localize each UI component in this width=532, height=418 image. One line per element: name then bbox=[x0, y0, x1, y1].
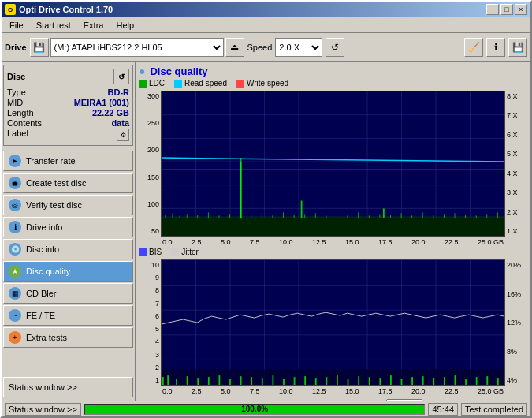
svg-rect-93 bbox=[422, 376, 424, 385]
menu-file[interactable]: File bbox=[3, 19, 30, 32]
svg-rect-90 bbox=[390, 375, 392, 385]
read-speed-color bbox=[174, 80, 182, 88]
sidebar-item-extra-tests[interactable]: + Extra tests bbox=[3, 327, 133, 348]
status-window-text: Status window >> bbox=[9, 405, 77, 414]
close-button[interactable]: × bbox=[515, 4, 527, 15]
chart-area: ● Disc quality LDC Read speed Write spee… bbox=[136, 62, 530, 401]
drive-info-label: Drive info bbox=[26, 222, 62, 232]
svg-rect-44 bbox=[411, 215, 412, 218]
svg-rect-73 bbox=[208, 377, 210, 385]
save-button[interactable]: 💾 bbox=[508, 38, 527, 57]
refresh-button[interactable]: ↺ bbox=[326, 38, 344, 57]
erase-button[interactable]: 🧹 bbox=[464, 38, 483, 57]
speed-select[interactable]: 1.0 X2.0 X4.0 X6.0 X8.0 X bbox=[275, 38, 322, 57]
minimize-button[interactable]: _ bbox=[486, 4, 499, 15]
sidebar-item-disc-info[interactable]: 💿 Disc info bbox=[3, 239, 133, 259]
svg-rect-47 bbox=[444, 214, 445, 218]
status-window-label: Status window >> bbox=[9, 383, 77, 392]
ldc-label: LDC bbox=[149, 79, 165, 88]
svg-rect-46 bbox=[433, 215, 433, 218]
svg-rect-21 bbox=[173, 213, 173, 218]
svg-rect-69 bbox=[167, 375, 169, 385]
jitter-color bbox=[171, 248, 179, 256]
svg-rect-36 bbox=[326, 215, 326, 218]
menu-help[interactable]: Help bbox=[110, 19, 140, 32]
drive-select[interactable]: (M:) ATAPI iHBS212 2 HL05 bbox=[50, 38, 224, 57]
svg-rect-25 bbox=[208, 212, 209, 218]
bottom-y-axis-right: 20% 16% 12% 8% 4% bbox=[505, 259, 527, 386]
svg-rect-100 bbox=[497, 378, 499, 385]
svg-rect-38 bbox=[348, 215, 348, 218]
disc-mid-label: MID bbox=[7, 98, 23, 107]
disc-panel-title: Disc bbox=[7, 72, 25, 81]
title-bar: O Opti Drive Control 1.70 _ □ × bbox=[2, 2, 530, 17]
menu-extra[interactable]: Extra bbox=[77, 19, 110, 32]
svg-rect-78 bbox=[262, 378, 263, 385]
svg-rect-82 bbox=[304, 376, 306, 385]
svg-rect-48 bbox=[455, 213, 456, 218]
extra-tests-icon: + bbox=[9, 331, 21, 344]
svg-rect-67 bbox=[162, 369, 504, 385]
svg-rect-87 bbox=[358, 376, 359, 385]
svg-rect-52 bbox=[497, 212, 498, 218]
menu-start-test[interactable]: Start test bbox=[30, 19, 77, 32]
cd-bler-icon: ▦ bbox=[9, 287, 21, 300]
sidebar-item-drive-info[interactable]: ℹ Drive info bbox=[3, 217, 133, 237]
disc-info-label: Disc info bbox=[26, 244, 59, 254]
progress-bar: 100.0% bbox=[85, 405, 425, 414]
jitter-label: Jitter bbox=[181, 248, 199, 256]
svg-rect-35 bbox=[315, 213, 316, 218]
status-window-button[interactable]: Status window >> bbox=[3, 377, 133, 397]
sidebar-item-cd-bler[interactable]: ▦ CD Bler bbox=[3, 283, 133, 304]
disc-refresh-button[interactable]: ↺ bbox=[113, 69, 129, 84]
drive-info-icon: ℹ bbox=[9, 221, 21, 233]
disc-label-button[interactable]: ⚙ bbox=[117, 129, 129, 141]
app-icon: O bbox=[5, 4, 16, 15]
svg-rect-39 bbox=[358, 212, 359, 218]
sidebar-item-verify-test-disc[interactable]: ◎ Verify test disc bbox=[3, 195, 133, 215]
sidebar-item-disc-quality[interactable]: ★ Disc quality bbox=[3, 261, 133, 282]
test-completed-text: Test completed bbox=[465, 405, 523, 414]
window-title: Opti Drive Control 1.70 bbox=[19, 5, 113, 14]
top-chart bbox=[161, 91, 505, 237]
bottom-x-axis: 0.0 2.5 5.0 7.5 10.0 12.5 15.0 17.5 20.0… bbox=[139, 387, 527, 395]
svg-rect-28 bbox=[240, 158, 242, 218]
sidebar-item-transfer-rate[interactable]: ► Transfer rate bbox=[3, 151, 133, 171]
disc-label-label: Label bbox=[7, 129, 28, 141]
progress-text: 100.0% bbox=[241, 405, 268, 413]
svg-rect-79 bbox=[272, 375, 273, 385]
bottom-chart-svg bbox=[162, 260, 504, 385]
read-speed-label: Read speed bbox=[184, 79, 227, 88]
main-window: O Opti Drive Control 1.70 _ □ × File Sta… bbox=[0, 0, 532, 418]
svg-rect-71 bbox=[187, 376, 188, 385]
fe-te-icon: ~ bbox=[9, 309, 21, 322]
ldc-color bbox=[139, 80, 147, 88]
disc-quality-chart-icon: ● bbox=[139, 65, 145, 77]
bottom-chart bbox=[161, 259, 505, 386]
toolbar: Drive 💾 (M:) ATAPI iHBS212 2 HL05 ⏏ Spee… bbox=[2, 33, 530, 62]
eject-button[interactable]: ⏏ bbox=[225, 38, 244, 57]
svg-rect-77 bbox=[251, 377, 252, 385]
svg-rect-26 bbox=[219, 215, 220, 218]
top-y-axis-right: 8 X 7 X 6 X 5 X 4 X 3 X 2 X 1 X bbox=[505, 91, 527, 237]
test-completed-section: Test completed bbox=[461, 403, 527, 416]
drive-icon: 💾 bbox=[30, 38, 49, 57]
svg-rect-19 bbox=[162, 218, 504, 236]
create-test-disc-label: Create test disc bbox=[26, 178, 86, 188]
disc-info-icon: 💿 bbox=[9, 243, 21, 256]
svg-rect-68 bbox=[162, 377, 164, 385]
svg-rect-37 bbox=[337, 214, 337, 218]
sidebar: Disc ↺ Type BD-R MID MEIRA1 (001) Length… bbox=[2, 62, 136, 401]
maximize-button[interactable]: □ bbox=[500, 4, 513, 15]
svg-rect-41 bbox=[379, 214, 380, 218]
svg-rect-31 bbox=[272, 215, 273, 218]
svg-rect-23 bbox=[187, 214, 188, 218]
info-button[interactable]: ℹ bbox=[486, 38, 505, 57]
verify-test-disc-icon: ◎ bbox=[9, 199, 21, 211]
sidebar-item-create-test-disc[interactable]: ◉ Create test disc bbox=[3, 173, 133, 193]
verify-test-disc-label: Verify test disc bbox=[26, 200, 82, 210]
window-controls: _ □ × bbox=[486, 4, 527, 15]
drive-label: Drive bbox=[5, 43, 27, 52]
create-test-disc-icon: ◉ bbox=[9, 177, 21, 189]
sidebar-item-fe-te[interactable]: ~ FE / TE bbox=[3, 305, 133, 326]
